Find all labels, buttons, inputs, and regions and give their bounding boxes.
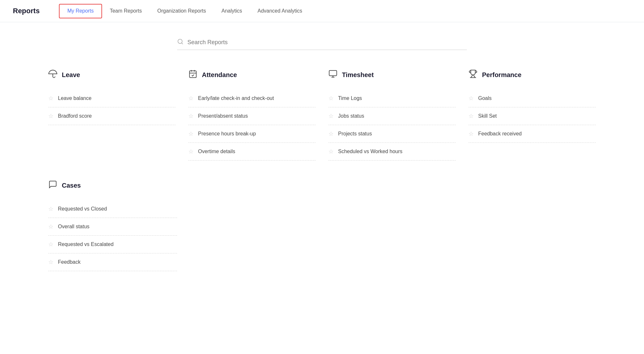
star-icon[interactable]: ☆ [469,95,474,102]
star-icon[interactable]: ☆ [188,113,194,120]
bottom-section: Cases ☆ Requested vs Closed ☆ Overall st… [48,180,596,271]
star-icon[interactable]: ☆ [48,95,53,102]
report-name: Early/late check-in and check-out [198,95,274,101]
tab-team-reports[interactable]: Team Reports [102,0,150,22]
category-attendance-header: Attendance [188,69,316,81]
star-icon[interactable]: ☆ [469,113,474,120]
report-leave-balance[interactable]: ☆ Leave balance [48,90,175,107]
search-container [19,38,625,50]
star-icon[interactable]: ☆ [188,130,194,137]
report-name: Presence hours break-up [198,131,256,137]
report-jobs-status[interactable]: ☆ Jobs status [328,107,456,125]
category-leave-header: Leave [48,69,175,81]
star-icon[interactable]: ☆ [328,130,334,137]
report-name: Time Logs [338,95,362,101]
svg-rect-6 [329,71,336,76]
svg-rect-2 [190,71,196,78]
header: Reports My Reports Team Reports Organiza… [0,0,644,22]
report-name: Requested vs Closed [58,206,107,212]
star-icon[interactable]: ☆ [328,113,334,120]
star-icon[interactable]: ☆ [328,95,334,102]
report-present-absent[interactable]: ☆ Present/absent status [188,107,316,125]
category-performance: Performance ☆ Goals ☆ Skill Set ☆ Feedba… [469,69,596,161]
search-bar [177,38,467,50]
report-name: Bradford score [58,113,92,119]
categories-grid: Leave ☆ Leave balance ☆ Bradford score [48,69,596,161]
report-scheduled-vs-worked[interactable]: ☆ Scheduled vs Worked hours [328,143,456,161]
report-overtime[interactable]: ☆ Overtime details [188,143,316,161]
report-projects-status[interactable]: ☆ Projects status [328,125,456,143]
category-leave-title: Leave [62,71,80,79]
tab-org-reports[interactable]: Organization Reports [150,0,214,22]
nav-tabs: My Reports Team Reports Organization Rep… [59,0,310,22]
report-name: Requested vs Escalated [58,241,114,247]
report-goals[interactable]: ☆ Goals [469,90,596,107]
attendance-icon [188,69,197,81]
star-icon[interactable]: ☆ [48,223,53,230]
report-feedback-received[interactable]: ☆ Feedback received [469,125,596,143]
cases-icon [48,180,57,191]
star-icon[interactable]: ☆ [469,130,474,137]
timesheet-icon [328,69,337,81]
report-bradford-score[interactable]: ☆ Bradford score [48,107,175,125]
category-timesheet: Timesheet ☆ Time Logs ☆ Jobs status ☆ Pr… [328,69,456,161]
star-icon[interactable]: ☆ [188,148,194,155]
category-cases-title: Cases [62,182,81,189]
report-name: Projects status [338,131,372,137]
search-icon [177,38,184,46]
search-input[interactable] [187,39,467,46]
star-icon[interactable]: ☆ [48,241,53,248]
report-name: Scheduled vs Worked hours [338,149,402,154]
report-skill-set[interactable]: ☆ Skill Set [469,107,596,125]
report-name: Feedback received [478,131,522,137]
star-icon[interactable]: ☆ [48,113,53,120]
report-requested-vs-closed[interactable]: ☆ Requested vs Closed [48,200,177,218]
star-icon[interactable]: ☆ [48,259,53,266]
report-early-late[interactable]: ☆ Early/late check-in and check-out [188,90,316,107]
main-content: Leave ☆ Leave balance ☆ Bradford score [0,22,644,354]
report-requested-vs-escalated[interactable]: ☆ Requested vs Escalated [48,236,177,253]
tab-advanced-analytics[interactable]: Advanced Analytics [250,0,310,22]
star-icon[interactable]: ☆ [328,148,334,155]
app-logo: Reports [13,7,40,15]
category-attendance-title: Attendance [202,71,237,79]
report-name: Skill Set [478,113,497,119]
category-cases-header: Cases [48,180,177,191]
category-attendance: Attendance ☆ Early/late check-in and che… [188,69,316,161]
svg-line-1 [182,43,183,44]
report-name: Overall status [58,224,90,230]
report-time-logs[interactable]: ☆ Time Logs [328,90,456,107]
category-cases: Cases ☆ Requested vs Closed ☆ Overall st… [48,180,177,271]
category-timesheet-title: Timesheet [342,71,374,79]
category-timesheet-header: Timesheet [328,69,456,81]
report-name: Feedback [58,259,80,265]
tab-my-reports[interactable]: My Reports [59,4,102,18]
report-name: Overtime details [198,149,235,154]
category-performance-header: Performance [469,69,596,81]
report-name: Present/absent status [198,113,248,119]
report-name: Leave balance [58,95,91,101]
leave-icon [48,69,57,81]
category-performance-title: Performance [482,71,521,79]
report-presence-hours[interactable]: ☆ Presence hours break-up [188,125,316,143]
category-leave: Leave ☆ Leave balance ☆ Bradford score [48,69,175,161]
report-name: Goals [478,95,492,101]
report-name: Jobs status [338,113,364,119]
star-icon[interactable]: ☆ [48,205,53,212]
star-icon[interactable]: ☆ [188,95,194,102]
report-feedback[interactable]: ☆ Feedback [48,253,177,271]
tab-analytics[interactable]: Analytics [214,0,250,22]
report-overall-status[interactable]: ☆ Overall status [48,218,177,236]
performance-icon [469,69,478,81]
